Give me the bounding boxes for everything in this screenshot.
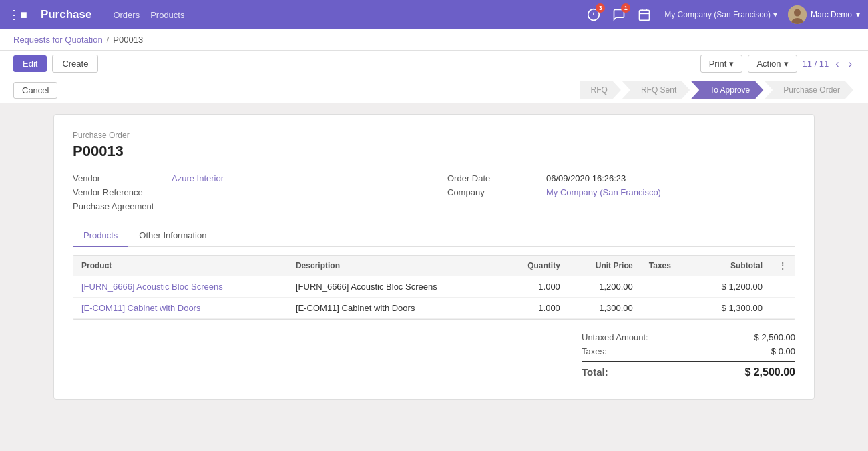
status-bar: Cancel RFQ RFQ Sent To Approve Purchase … — [0, 77, 868, 103]
company-selector[interactable]: My Company (San Francisco) ▾ — [664, 10, 777, 19]
order-date-value: 06/09/2020 16:26:23 — [546, 173, 626, 183]
product-2-unit-price: 1,300.00 — [568, 298, 641, 319]
product-1-subtotal: $ 1,200.00 — [693, 276, 771, 298]
totals-section: Untaxed Amount: $ 2,500.00 Taxes: $ 0.00… — [73, 320, 795, 383]
table-row: [E-COM11] Cabinet with Doors [E-COM11] C… — [73, 298, 795, 319]
status-step-to-approve[interactable]: To Approve — [691, 81, 763, 99]
svg-point-8 — [794, 9, 801, 17]
purchase-agreement-field: Purchase Agreement — [73, 201, 421, 211]
taxes-label: Taxes: — [582, 346, 607, 356]
taxes-value: $ 0.00 — [771, 346, 795, 356]
avatar — [788, 5, 807, 24]
main-content: Purchase Order P00013 Vendor Azure Inter… — [0, 103, 868, 437]
vendor-field: Vendor Azure Interior — [73, 173, 421, 183]
company-name: My Company (San Francisco) — [664, 10, 771, 19]
breadcrumb: Requests for Quotation / P00013 — [0, 29, 868, 51]
product-2-actions[interactable] — [771, 298, 795, 319]
next-button[interactable]: › — [846, 58, 855, 70]
status-step-purchase-order[interactable]: Purchase Order — [765, 81, 853, 99]
order-date-field: Order Date 06/09/2020 16:26:23 — [447, 173, 795, 183]
notifications-icon[interactable]: 3 — [584, 5, 603, 24]
user-name: Marc Demo — [811, 10, 852, 19]
action-label: Action — [756, 59, 781, 69]
product-2-taxes — [641, 298, 693, 319]
product-1-description: [FURN_6666] Acoustic Bloc Screens — [288, 276, 502, 298]
company-field-label: Company — [447, 187, 541, 197]
action-bar: Edit Create Print ▾ Action ▾ 11 / 11 ‹ › — [0, 51, 868, 77]
document-type: Purchase Order — [73, 131, 795, 140]
print-chevron: ▾ — [729, 59, 734, 69]
taxes-row: Taxes: $ 0.00 — [582, 344, 795, 358]
status-steps: RFQ RFQ Sent To Approve Purchase Order — [580, 81, 855, 99]
col-quantity: Quantity — [502, 256, 568, 276]
status-step-rfq-sent[interactable]: RFQ Sent — [622, 81, 690, 99]
cancel-button[interactable]: Cancel — [13, 82, 57, 99]
purchase-agreement-label: Purchase Agreement — [73, 201, 166, 211]
company-chevron: ▾ — [773, 10, 777, 19]
breadcrumb-separator: / — [107, 35, 110, 45]
total-row: Total: $ 2,500.00 — [582, 361, 795, 380]
product-2-subtotal: $ 1,300.00 — [693, 298, 771, 319]
pagination: 11 / 11 ‹ › — [803, 58, 855, 70]
pagination-info: 11 / 11 — [803, 59, 829, 69]
breadcrumb-parent[interactable]: Requests for Quotation — [13, 35, 103, 45]
col-subtotal: Subtotal — [693, 256, 771, 276]
untaxed-amount-row: Untaxed Amount: $ 2,500.00 — [582, 330, 795, 344]
document-fields: Vendor Azure Interior Vendor Reference P… — [73, 173, 795, 211]
products-table-wrapper: Product Description Quantity Unit Price … — [73, 255, 795, 320]
col-actions: ⋮ — [771, 256, 795, 276]
col-taxes: Taxes — [641, 256, 693, 276]
edit-button[interactable]: Edit — [13, 55, 47, 72]
total-value: $ 2,500.00 — [744, 366, 795, 378]
nav-products[interactable]: Products — [150, 10, 184, 20]
svg-rect-3 — [640, 10, 650, 20]
activity-icon[interactable] — [635, 5, 654, 24]
print-button[interactable]: Print ▾ — [700, 55, 743, 73]
product-2-quantity: 1.000 — [502, 298, 568, 319]
messages-icon[interactable]: 1 — [610, 5, 628, 24]
product-1-taxes — [641, 276, 693, 298]
product-1-quantity: 1.000 — [502, 276, 568, 298]
company-field-value[interactable]: My Company (San Francisco) — [546, 187, 661, 197]
vendor-ref-label: Vendor Reference — [73, 187, 166, 197]
order-date-label: Order Date — [447, 173, 541, 183]
user-chevron: ▾ — [856, 10, 860, 19]
document-number: P00013 — [73, 143, 795, 160]
product-1-actions[interactable] — [771, 276, 795, 298]
create-button[interactable]: Create — [52, 55, 98, 73]
tab-other-information[interactable]: Other Information — [128, 225, 217, 247]
product-1-unit-price: 1,200.00 — [568, 276, 641, 298]
company-field: Company My Company (San Francisco) — [447, 187, 795, 197]
tab-products[interactable]: Products — [73, 225, 128, 247]
total-label: Total: — [582, 366, 608, 378]
document-card: Purchase Order P00013 Vendor Azure Inter… — [53, 114, 815, 400]
grid-icon[interactable]: ⋮■ — [8, 7, 27, 22]
col-unit-price: Unit Price — [568, 256, 641, 276]
print-label: Print — [709, 59, 727, 69]
app-title: Purchase — [41, 8, 92, 21]
top-navigation: ⋮■ Purchase Orders Products 3 1 My Compa… — [0, 0, 868, 29]
nav-orders[interactable]: Orders — [113, 10, 140, 20]
prev-button[interactable]: ‹ — [833, 58, 841, 70]
notification-badge: 3 — [596, 3, 605, 13]
col-product: Product — [73, 256, 288, 276]
tabs: Products Other Information — [73, 225, 795, 247]
product-2-name[interactable]: [E-COM11] Cabinet with Doors — [73, 298, 288, 319]
breadcrumb-current: P00013 — [113, 35, 143, 45]
table-header-row: Product Description Quantity Unit Price … — [73, 256, 795, 276]
action-chevron: ▾ — [784, 59, 789, 69]
product-2-description: [E-COM11] Cabinet with Doors — [288, 298, 502, 319]
vendor-label: Vendor — [73, 173, 166, 183]
vendor-value[interactable]: Azure Interior — [172, 173, 224, 183]
products-table: Product Description Quantity Unit Price … — [73, 256, 795, 319]
table-row: [FURN_6666] Acoustic Bloc Screens [FURN_… — [73, 276, 795, 298]
totals-table: Untaxed Amount: $ 2,500.00 Taxes: $ 0.00… — [582, 330, 795, 380]
untaxed-value: $ 2,500.00 — [754, 332, 795, 342]
user-menu[interactable]: Marc Demo ▾ — [788, 5, 860, 24]
product-1-name[interactable]: [FURN_6666] Acoustic Bloc Screens — [73, 276, 288, 298]
vendor-ref-field: Vendor Reference — [73, 187, 421, 197]
status-step-rfq[interactable]: RFQ — [580, 81, 621, 99]
col-description: Description — [288, 256, 502, 276]
action-button[interactable]: Action ▾ — [748, 55, 797, 73]
message-badge: 1 — [621, 3, 630, 13]
